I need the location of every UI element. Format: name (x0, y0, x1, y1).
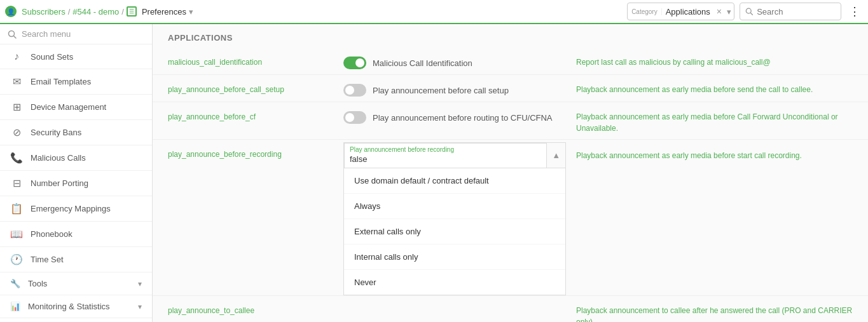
app-desc-announce-recording: Playback announcement as early media bef… (576, 142, 853, 161)
emergency-icon: 📋 (10, 203, 23, 215)
dropdown-option-internal-only[interactable]: Internal calls only (344, 245, 565, 270)
category-value: Applications (662, 7, 714, 17)
app-key-announce-callee[interactable]: play_announce_to_callee (168, 301, 333, 315)
preferences-icon: ☰ (127, 6, 137, 17)
subscriber-icon: 👤 (5, 6, 17, 17)
sidebar-item-malicious-calls[interactable]: 📞 Malicious Calls (0, 145, 152, 171)
toggle-announce-call-setup[interactable] (343, 84, 366, 97)
sidebar-section-tools[interactable]: 🔧 Tools ▾ (0, 272, 152, 295)
toggle-slider-announce-cf (343, 111, 366, 124)
sidebar-item-number-porting[interactable]: ⊟ Number Porting (0, 171, 152, 196)
toggle-slider-announce-call-setup (343, 84, 366, 97)
sidebar-label-number-porting: Number Porting (31, 178, 88, 188)
sidebar-item-device-management[interactable]: ⊞ Device Management (0, 95, 152, 120)
sidebar-item-security-bans[interactable]: ⊘ Security Bans (0, 120, 152, 145)
device-icon: ⊞ (10, 101, 23, 113)
app-row-malicious-call: malicious_call_identification Malicious … (153, 48, 868, 75)
monitoring-section-left: 📊 Monitoring & Statistics (10, 302, 110, 311)
app-control-malicious-call: Malicious Call Identification (343, 53, 566, 69)
search-icon (745, 7, 753, 16)
app-desc-announce-callee: Playback announcement to callee after he… (576, 301, 853, 322)
tools-icon: 🔧 (10, 279, 20, 288)
app-label-malicious-call: Malicious Call Identification (373, 58, 472, 68)
sidebar-search-label: Search menu (22, 29, 71, 39)
tools-section-left: 🔧 Tools (10, 279, 47, 288)
music-icon: ♪ (10, 51, 23, 62)
breadcrumb-preferences[interactable]: Preferences (142, 7, 186, 17)
svg-line-3 (14, 36, 17, 38)
dropdown-option-external-only[interactable]: External calls only (344, 219, 565, 245)
app-key-malicious-call[interactable]: malicious_call_identification (168, 53, 333, 67)
sidebar-item-phonebook[interactable]: 📖 Phonebook (0, 222, 152, 247)
breadcrumb-subscribers[interactable]: Subscribers (22, 7, 65, 17)
breadcrumb-sep2: / (121, 7, 124, 17)
app-row-announce-recording: play_announce_before_recording Play anno… (153, 140, 868, 296)
app-desc-announce-cf: Playback announcement as early media bef… (576, 107, 853, 134)
dropdown-announce-recording[interactable]: Play announcement before recording false… (343, 142, 566, 168)
sidebar: Search menu ♪ Sound Sets ✉ Email Templat… (0, 24, 153, 322)
breadcrumb-demo[interactable]: #544 - demo (72, 7, 119, 17)
breadcrumb: 👤 Subscribers / #544 - demo / ☰ Preferen… (5, 6, 622, 17)
dropdown-label: Play announcement before recording (350, 146, 454, 154)
search-input[interactable] (757, 7, 836, 17)
category-label: Category (628, 8, 662, 15)
dropdown-arrow-icon[interactable]: ▲ (547, 145, 565, 165)
dropdown-option-never[interactable]: Never (344, 270, 565, 295)
main-content: Applications malicious_call_identificati… (153, 24, 868, 322)
sidebar-section-documentation[interactable]: ❓ Documentation ▾ (0, 318, 152, 322)
sidebar-label-sound-sets: Sound Sets (31, 52, 73, 62)
porting-icon: ⊟ (10, 177, 23, 189)
sidebar-label-emergency-mappings: Emergency Mappings (31, 204, 111, 213)
app-key-announce-recording[interactable]: play_announce_before_recording (168, 142, 333, 159)
more-options-button[interactable]: ⋮ (846, 4, 863, 18)
category-clear-button[interactable]: × (714, 6, 724, 17)
app-row-announce-callee: play_announce_to_callee Playback announc… (153, 296, 868, 322)
app-desc-announce-call-setup: Playback announcement as early media bef… (576, 80, 853, 95)
app-label-announce-call-setup: Play announcement before call setup (373, 86, 509, 95)
toggle-malicious-call[interactable] (343, 57, 366, 69)
dropdown-value: false (350, 154, 367, 165)
app-control-announce-callee (343, 301, 566, 305)
tools-arrow-icon: ▾ (138, 279, 142, 288)
app-layout: Search menu ♪ Sound Sets ✉ Email Templat… (0, 24, 868, 322)
sidebar-search-icon (8, 30, 17, 39)
svg-line-1 (750, 13, 752, 15)
dropdown-control-inner[interactable]: Play announcement before recording false (344, 143, 547, 168)
sidebar-item-email-templates[interactable]: ✉ Email Templates (0, 69, 152, 95)
dropdown-option-domain-default[interactable]: Use domain default / contract default (344, 168, 565, 194)
dropdown-menu: Use domain default / contract default Al… (343, 168, 566, 295)
sidebar-label-time-set: Time Set (31, 255, 64, 264)
app-key-announce-call-setup[interactable]: play_announce_before_call_setup (168, 80, 333, 94)
toggle-slider-malicious-call (343, 57, 366, 69)
sidebar-label-tools: Tools (28, 279, 47, 288)
ban-icon: ⊘ (10, 126, 23, 138)
sidebar-item-sound-sets[interactable]: ♪ Sound Sets (0, 44, 152, 69)
sidebar-item-emergency-mappings[interactable]: 📋 Emergency Mappings (0, 196, 152, 222)
app-row-announce-cf: play_announce_before_cf Play announcemen… (153, 102, 868, 140)
monitoring-arrow-icon: ▾ (138, 302, 142, 311)
timeset-icon: 🕐 (10, 253, 23, 265)
app-key-announce-cf[interactable]: play_announce_before_cf (168, 107, 333, 121)
sidebar-label-malicious-calls: Malicious Calls (31, 153, 86, 163)
search-box[interactable] (740, 3, 841, 20)
phone-icon: 📞 (10, 152, 23, 164)
category-arrow-icon[interactable]: ▾ (724, 7, 734, 17)
sidebar-section-monitoring[interactable]: 📊 Monitoring & Statistics ▾ (0, 295, 152, 318)
sidebar-label-security-bans: Security Bans (31, 128, 81, 137)
dropdown-option-always[interactable]: Always (344, 194, 565, 219)
sidebar-search[interactable]: Search menu (0, 24, 152, 44)
email-icon: ✉ (10, 76, 23, 88)
toggle-announce-cf[interactable] (343, 111, 366, 124)
sidebar-label-email-templates: Email Templates (31, 77, 91, 86)
breadcrumb-sep1: / (68, 7, 71, 17)
sidebar-label-device-management: Device Management (31, 102, 106, 112)
category-filter[interactable]: Category Applications × ▾ (627, 3, 734, 20)
app-row-announce-call-setup: play_announce_before_call_setup Play ann… (153, 75, 868, 102)
app-control-announce-cf: Play announcement before routing to CFU/… (343, 107, 566, 124)
phonebook-icon: 📖 (10, 228, 23, 240)
sidebar-item-time-set[interactable]: 🕐 Time Set (0, 247, 152, 272)
monitoring-icon: 📊 (10, 302, 20, 311)
app-desc-malicious-call: Report last call as malicious by calling… (576, 53, 853, 68)
topbar: 👤 Subscribers / #544 - demo / ☰ Preferen… (0, 0, 868, 24)
breadcrumb-dropdown-arrow[interactable]: ▾ (189, 7, 193, 17)
